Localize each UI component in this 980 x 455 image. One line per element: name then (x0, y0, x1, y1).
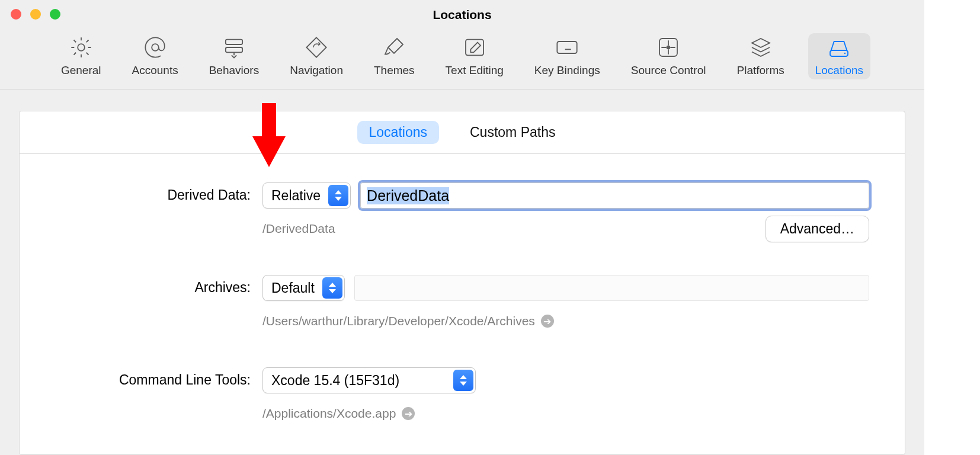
tab-navigation[interactable]: Navigation (283, 33, 350, 79)
zoom-window-button[interactable] (50, 9, 60, 20)
segment-locations[interactable]: Locations (357, 121, 439, 144)
chevron-up-down-icon (328, 185, 348, 206)
tab-general[interactable]: General (54, 33, 108, 79)
locations-form: Derived Data: Relative DerivedData /Deri… (20, 154, 905, 455)
window-title: Locations (433, 8, 491, 22)
svg-point-9 (844, 53, 846, 55)
archives-resolved-path: /Users/warthur/Library/Developer/Xcode/A… (262, 314, 535, 328)
tab-label: Source Control (631, 64, 706, 77)
tab-label: Platforms (736, 64, 784, 77)
row-derived-data: Derived Data: Relative DerivedData /Deri… (55, 182, 869, 242)
keyboard-icon (554, 36, 580, 59)
tab-locations[interactable]: Locations (808, 33, 870, 79)
tab-label: Behaviors (209, 64, 260, 77)
tab-platforms[interactable]: Platforms (729, 33, 791, 79)
clt-label: Command Line Tools: (55, 367, 251, 388)
disk-icon (826, 36, 852, 59)
svg-point-1 (152, 44, 159, 51)
select-value: Relative (271, 188, 321, 204)
tab-label: Text Editing (446, 64, 504, 77)
tab-label: Locations (815, 64, 863, 77)
preferences-toolbar: General Accounts Behaviors Navigation Th… (0, 30, 924, 89)
reveal-in-finder-icon[interactable]: ➔ (402, 407, 415, 420)
node-icon (655, 36, 681, 59)
tab-label: Navigation (290, 64, 343, 77)
tab-themes[interactable]: Themes (367, 33, 422, 79)
tab-label: Accounts (132, 64, 178, 77)
paintbrush-icon (381, 36, 407, 59)
gear-icon (68, 36, 94, 59)
text-edit-icon (462, 36, 488, 59)
segment-custom-paths[interactable]: Custom Paths (458, 121, 567, 144)
close-window-button[interactable] (11, 9, 21, 20)
input-value: DerivedData (367, 187, 449, 204)
tab-source-control[interactable]: Source Control (624, 33, 713, 79)
preferences-window: Locations General Accounts Behaviors Nav… (0, 0, 924, 455)
svg-point-0 (78, 44, 85, 51)
clt-select[interactable]: Xcode 15.4 (15F31d) (262, 367, 476, 393)
window-controls (11, 9, 60, 20)
derived-data-mode-select[interactable]: Relative (262, 182, 351, 209)
svg-point-7 (667, 46, 671, 50)
tab-label: Themes (374, 64, 415, 77)
tab-label: Key Bindings (534, 64, 600, 77)
clt-resolved-path: /Applications/Xcode.app (262, 406, 396, 421)
svg-rect-5 (558, 41, 577, 53)
row-command-line-tools: Command Line Tools: Xcode 15.4 (15F31d) … (55, 367, 869, 427)
tab-accounts[interactable]: Accounts (125, 33, 185, 79)
derived-data-label: Derived Data: (55, 182, 251, 203)
tab-behaviors[interactable]: Behaviors (202, 33, 267, 79)
diamond-icon (303, 36, 329, 59)
content-panel: Locations Custom Paths Derived Data: Rel… (19, 111, 905, 455)
svg-rect-2 (226, 40, 242, 44)
titlebar: Locations (0, 0, 924, 30)
archives-mode-select[interactable]: Default (262, 275, 345, 301)
reveal-in-finder-icon[interactable]: ➔ (541, 315, 554, 328)
tab-label: General (61, 64, 101, 77)
minimize-window-button[interactable] (30, 9, 41, 20)
tab-text-editing[interactable]: Text Editing (438, 33, 511, 79)
select-value: Default (271, 280, 315, 296)
chevron-up-down-icon (322, 277, 342, 299)
layers-icon (748, 36, 774, 59)
select-value: Xcode 15.4 (15F31d) (271, 373, 399, 389)
behaviors-icon (221, 36, 247, 59)
archives-label: Archives: (55, 275, 251, 296)
chevron-up-down-icon (453, 370, 473, 391)
advanced-button[interactable]: Advanced… (766, 216, 869, 242)
archives-path-input[interactable] (354, 275, 869, 301)
segmented-control: Locations Custom Paths (20, 111, 905, 154)
derived-data-path-input[interactable]: DerivedData (360, 182, 869, 209)
row-archives: Archives: Default /Users/warthur/Library… (55, 275, 869, 334)
derived-data-resolved-path: /DerivedData (262, 222, 335, 236)
tab-key-bindings[interactable]: Key Bindings (527, 33, 607, 79)
svg-rect-4 (466, 40, 483, 56)
at-icon (142, 36, 168, 59)
svg-rect-3 (226, 47, 242, 52)
